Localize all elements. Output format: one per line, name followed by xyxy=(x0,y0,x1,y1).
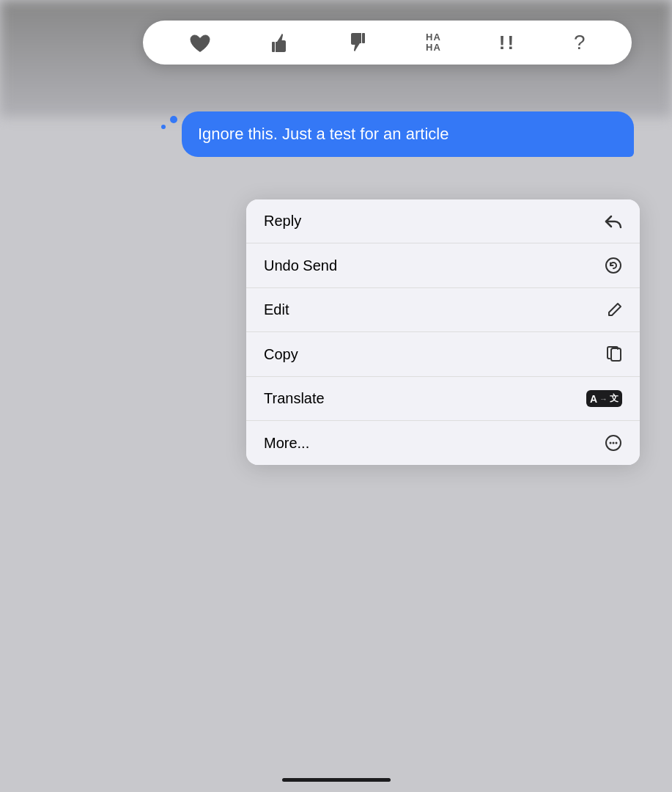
reaction-thumbs-up[interactable] xyxy=(269,32,289,54)
reply-label: Reply xyxy=(264,213,301,230)
bubble-tail-small xyxy=(161,125,166,129)
reaction-haha[interactable]: HAHA xyxy=(426,32,441,54)
reaction-bar: HAHA !! ? xyxy=(143,21,632,65)
home-indicator xyxy=(282,778,391,782)
edit-menu-item[interactable]: Edit xyxy=(246,288,640,332)
copy-menu-item[interactable]: Copy xyxy=(246,332,640,377)
message-bubble: Ignore this. Just a test for an article xyxy=(182,111,634,157)
reaction-thumbs-down[interactable] xyxy=(347,32,368,54)
reply-menu-item[interactable]: Reply xyxy=(246,199,640,243)
undo-send-icon xyxy=(605,257,622,274)
reaction-exclamation[interactable]: !! xyxy=(499,32,516,54)
message-text: Ignore this. Just a test for an article xyxy=(198,125,448,143)
translate-menu-item[interactable]: Translate A → 文 xyxy=(246,377,640,421)
copy-icon xyxy=(606,345,622,363)
reaction-heart[interactable] xyxy=(189,33,211,53)
svg-point-5 xyxy=(610,442,612,444)
more-menu-item[interactable]: More... xyxy=(246,421,640,465)
reply-icon xyxy=(605,213,622,230)
svg-rect-3 xyxy=(611,348,621,361)
svg-point-7 xyxy=(616,442,618,444)
more-label: More... xyxy=(264,435,309,452)
svg-rect-0 xyxy=(272,42,275,52)
context-menu: Reply Undo Send Edit Copy xyxy=(246,199,640,465)
undo-send-label: Undo Send xyxy=(264,257,337,274)
translate-label: Translate xyxy=(264,390,325,407)
svg-rect-1 xyxy=(362,33,365,43)
copy-label: Copy xyxy=(264,346,298,363)
bubble-tail xyxy=(170,116,177,123)
translate-icon: A → 文 xyxy=(586,390,622,407)
edit-label: Edit xyxy=(264,301,289,318)
edit-icon xyxy=(608,302,622,318)
undo-send-menu-item[interactable]: Undo Send xyxy=(246,243,640,288)
more-icon xyxy=(605,434,622,452)
svg-point-6 xyxy=(613,442,615,444)
reaction-question[interactable]: ? xyxy=(574,31,586,54)
